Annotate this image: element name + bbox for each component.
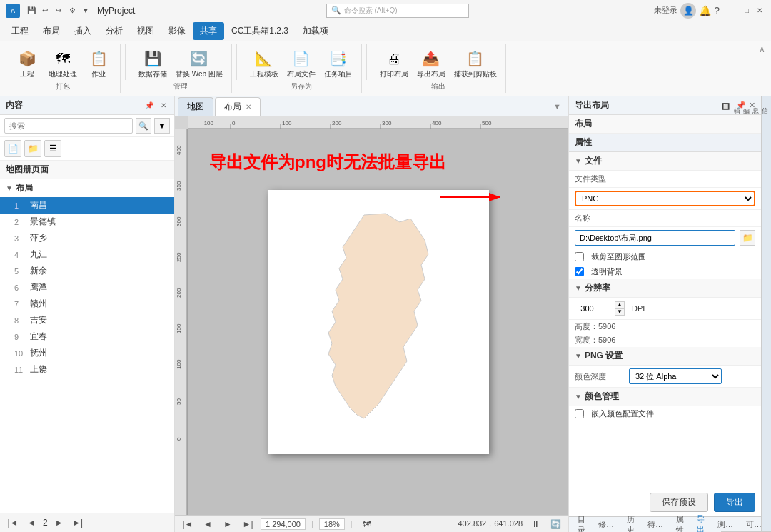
menu-analysis[interactable]: 分析 <box>99 22 130 40</box>
menu-layout[interactable]: 布局 <box>36 22 67 40</box>
map-view-btn[interactable]: 🗺 <box>358 518 376 531</box>
notification-icon[interactable]: 🔔 <box>699 5 711 16</box>
name-input[interactable] <box>575 230 735 246</box>
search-button[interactable]: 🔍 <box>136 118 151 134</box>
svg-text:300: 300 <box>382 120 392 126</box>
list-view-btn[interactable]: ☰ <box>44 140 61 157</box>
ribbon-btn-clipboard[interactable]: 📋 捕获到剪贴板 <box>451 46 500 80</box>
tree-item-7[interactable]: 8 吉安 <box>0 312 174 328</box>
tree-item-10[interactable]: 11 上饶 <box>0 361 174 378</box>
save-icon[interactable]: 💾 <box>26 5 37 16</box>
ribbon-btn-print[interactable]: 🖨 打印布局 <box>377 46 411 80</box>
ribbon-btn-project-template[interactable]: 📐 工程模板 <box>247 46 281 80</box>
bottom-tab-modify[interactable]: 修… <box>593 518 620 531</box>
bottom-tab-pending[interactable]: 待… <box>642 518 669 531</box>
tree-item-1[interactable]: 2 景德镇 <box>0 214 174 230</box>
map-content[interactable]: 导出文件为png时无法批量导出 <box>188 129 568 515</box>
bottom-tab-properties[interactable]: 属性 <box>670 513 690 533</box>
ribbon-btn-project[interactable]: 📦 工程 <box>11 46 43 80</box>
tree-item-8[interactable]: 9 宜春 <box>0 328 174 345</box>
svg-text:100: 100 <box>282 120 292 126</box>
menu-addins[interactable]: 加载项 <box>296 22 336 40</box>
embed-checkbox[interactable] <box>575 409 584 418</box>
ribbon-btn-datastorage[interactable]: 💾 数据存储 <box>136 46 170 80</box>
status-sep-2: | <box>351 520 353 528</box>
menu-project[interactable]: 工程 <box>4 22 36 40</box>
minimize-button[interactable]: — <box>728 5 740 16</box>
avatar[interactable]: 👤 <box>680 3 696 19</box>
transparent-checkbox[interactable] <box>575 267 584 276</box>
undo-icon[interactable]: ↩ <box>39 5 51 16</box>
menu-share[interactable]: 共享 <box>193 22 224 40</box>
tree-root[interactable]: ▼ 布局 <box>0 179 174 197</box>
command-search-box[interactable]: 🔍 命令搜索 (Alt+Q) <box>326 4 469 18</box>
tab-menu-btn[interactable]: ▼ <box>549 102 565 111</box>
tree-item-4[interactable]: 5 新余 <box>0 263 174 279</box>
next-page-btn-status[interactable]: ► <box>221 518 235 531</box>
color-depth-select[interactable]: 32 位 Alpha 24 位 RGB 8 位调色板 <box>629 368 722 384</box>
last-page-btn[interactable]: ►| <box>71 516 85 529</box>
ribbon-btn-geoprocessing[interactable]: 🗺 地理处理 <box>46 46 80 80</box>
tab-layout-close[interactable]: ✕ <box>246 103 251 111</box>
print-icon: 🖨 <box>383 47 405 70</box>
scale-value[interactable]: 1:294,000 <box>261 518 306 530</box>
close-button[interactable]: ✕ <box>754 5 765 16</box>
menu-insert[interactable]: 插入 <box>67 22 99 40</box>
help-icon[interactable]: ? <box>714 5 720 16</box>
next-page-btn[interactable]: ► <box>52 516 66 529</box>
panel-pin-btn[interactable]: 📌 <box>143 101 156 110</box>
ribbon-btn-task[interactable]: 📋 作业 <box>83 46 114 80</box>
ribbon-btn-replace-web[interactable]: 🔄 替换 Web 图层 <box>173 46 226 80</box>
svg-text:200: 200 <box>176 288 182 298</box>
clip-checkbox[interactable] <box>575 252 584 261</box>
tab-map[interactable]: 地图 <box>178 97 213 116</box>
dpi-down-btn[interactable]: ▼ <box>615 308 625 316</box>
search-input[interactable] <box>4 118 133 134</box>
tree-item-5[interactable]: 6 鹰潭 <box>0 279 174 296</box>
tree-num-1: 2 <box>14 218 27 226</box>
settings-icon[interactable]: ⚙ <box>66 5 78 16</box>
pause-btn[interactable]: ⏸ <box>528 518 543 531</box>
menu-view[interactable]: 视图 <box>130 22 161 40</box>
ribbon-collapse-btn[interactable]: ∧ <box>759 44 765 54</box>
tree-item-9[interactable]: 10 抚州 <box>0 345 174 361</box>
far-right-tab-2[interactable]: 🔲 <box>721 96 731 532</box>
tree-item-2[interactable]: 3 萍乡 <box>0 230 174 246</box>
group-btn[interactable]: 📁 <box>24 140 41 157</box>
dpi-up-btn[interactable]: ▲ <box>615 301 625 308</box>
refresh-btn[interactable]: 🔄 <box>548 518 563 531</box>
zoom-value[interactable]: 18% <box>319 518 345 530</box>
bottom-tab-catalog[interactable]: 目录 <box>572 513 591 533</box>
bottom-tab-export[interactable]: 导出 <box>691 512 710 533</box>
ribbon-btn-layout-file[interactable]: 📄 布局文件 <box>284 46 318 80</box>
bottom-tab-history[interactable]: 历史 <box>621 513 640 533</box>
save-preset-button[interactable]: 保存预设 <box>650 493 708 512</box>
tree-toolbar: 📄 📁 ☰ <box>0 137 174 161</box>
prev-page-btn-status[interactable]: ◄ <box>201 518 215 531</box>
panel-close-btn[interactable]: ✕ <box>158 101 168 110</box>
far-right-tab-1[interactable]: 信息编辑 <box>731 96 771 532</box>
more-icon[interactable]: ▼ <box>80 5 91 16</box>
first-page-btn-status[interactable]: |◄ <box>181 518 195 531</box>
ribbon-btn-task-project[interactable]: 📑 任务项目 <box>321 46 356 80</box>
ribbon-btn-task-label: 作业 <box>91 70 106 79</box>
first-page-btn[interactable]: |◄ <box>6 516 20 529</box>
menu-imagery[interactable]: 影像 <box>161 22 193 40</box>
dropdown-btn[interactable]: ▼ <box>154 118 170 134</box>
tree-item-6[interactable]: 7 赣州 <box>0 296 174 312</box>
add-layer-btn[interactable]: 📄 <box>4 140 21 157</box>
tree-name-9: 抚州 <box>30 347 47 359</box>
last-page-btn-status[interactable]: ►| <box>241 518 255 531</box>
dpi-input[interactable] <box>575 301 610 316</box>
maximize-button[interactable]: □ <box>741 5 752 16</box>
menu-cc-tools[interactable]: CC工具箱1.2.3 <box>224 22 296 40</box>
tree-item-0[interactable]: 1 南昌 <box>0 197 174 214</box>
tab-layout[interactable]: 布局 ✕ <box>215 97 261 116</box>
user-area[interactable]: 未登录 👤 🔔 ? <box>654 3 720 19</box>
redo-icon[interactable]: ↪ <box>53 5 64 16</box>
ribbon-btn-export-layout[interactable]: 📤 导出布局 <box>414 46 448 80</box>
ribbon-btn-datastorage-label: 数据存储 <box>138 70 167 79</box>
task-project-icon: 📑 <box>327 47 350 70</box>
prev-page-btn[interactable]: ◄ <box>24 516 39 529</box>
tree-item-3[interactable]: 4 九江 <box>0 246 174 263</box>
